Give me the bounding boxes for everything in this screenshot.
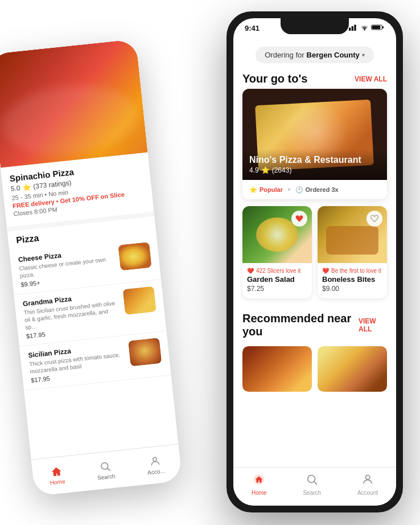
popular-star-icon: ⭐ (249, 186, 257, 194)
item-love-boneless: ❤️ Be the first to love it (322, 268, 382, 274)
featured-rating-value: 4.9 (249, 166, 259, 174)
location-name: Bergen County (307, 51, 360, 59)
back-bottom-nav: Home Search Acco... (31, 444, 182, 497)
recommended-images-row (233, 342, 396, 392)
recommended-view-all[interactable]: VIEW ALL (359, 317, 387, 333)
back-home-icon (50, 465, 63, 478)
location-pill[interactable]: Ordering for Bergen County ▾ (256, 47, 374, 63)
item-price-boneless: $9.00 (322, 285, 382, 293)
front-nav-home-label: Home (252, 490, 267, 496)
svg-point-2 (153, 457, 157, 461)
front-nav-search[interactable]: Search (303, 473, 321, 496)
back-nav-account[interactable]: Acco... (146, 454, 165, 475)
badge-separator: • (287, 184, 291, 195)
item-info-boneless: ❤️ Be the first to love it Boneless Bite… (318, 263, 387, 298)
svg-line-1 (108, 468, 110, 471)
front-nav-home[interactable]: Home (252, 473, 267, 496)
scene: Spinachio Pizza 5.0 ⭐ (373 ratings) 25 -… (0, 0, 420, 525)
front-search-icon (306, 473, 318, 488)
back-hero-image (0, 39, 148, 167)
heart-filled-icon (295, 215, 303, 223)
back-item-img-cheese (118, 242, 151, 271)
signal-icon (349, 24, 358, 31)
item-card-boneless[interactable]: ❤️ Be the first to love it Boneless Bite… (318, 206, 387, 298)
heart-outline-icon (370, 215, 378, 223)
love-heart-icon: ❤️ (247, 268, 254, 274)
svg-rect-3 (349, 28, 351, 31)
item-name-salad: Garden Salad (247, 275, 307, 284)
love-heart-icon2: ❤️ (322, 268, 329, 274)
front-screen: 9:41 (233, 18, 396, 506)
items-row: ❤️ 422 Slicers love it Garden Salad $7.2… (233, 206, 396, 305)
svg-point-11 (308, 475, 315, 482)
item-name-boneless: Boneless Bites (322, 275, 382, 284)
salad-heart-icon[interactable] (291, 211, 307, 227)
back-star-icon: ⭐ (22, 183, 31, 191)
front-nav-account-label: Account (357, 490, 378, 496)
featured-restaurant-name: Nino's Pizza & Restaurant (249, 155, 380, 165)
front-nav-search-label: Search (303, 490, 321, 496)
item-img-boneless (318, 206, 387, 263)
gotos-view-all[interactable]: VIEW ALL (355, 75, 387, 83)
front-bottom-nav: Home Search Accoun (233, 467, 396, 506)
item-info-salad: ❤️ 422 Slicers love it Garden Salad $7.2… (242, 263, 312, 298)
featured-overlay: Nino's Pizza & Restaurant 4.9 ⭐ (2643) (242, 149, 387, 180)
gotos-title: Your go to's (242, 72, 307, 85)
chevron-down-icon: ▾ (362, 52, 365, 58)
svg-rect-8 (372, 26, 381, 29)
back-nav-account-label: Acco... (147, 467, 166, 475)
front-phone: 9:41 (227, 11, 403, 512)
back-phone: Spinachio Pizza 5.0 ⭐ (373 ratings) 25 -… (0, 39, 182, 496)
front-account-icon (361, 473, 374, 488)
back-search-icon (99, 460, 112, 473)
status-time: 9:41 (245, 24, 260, 32)
svg-rect-4 (352, 26, 353, 31)
featured-restaurant-card[interactable]: Nino's Pizza & Restaurant 4.9 ⭐ (2643) ⭐… (242, 89, 387, 199)
status-icons (349, 24, 385, 31)
wifi-icon (360, 24, 369, 31)
recommended-title: Recommended near you (242, 312, 359, 338)
svg-point-6 (364, 28, 365, 30)
front-content: Your go to's VIEW ALL Nino's Pizza & Res… (233, 68, 396, 496)
back-account-icon (149, 455, 162, 467)
svg-rect-5 (354, 24, 356, 31)
ordered-clock-icon: 🕐 (295, 186, 303, 194)
item-card-salad[interactable]: ❤️ 422 Slicers love it Garden Salad $7.2… (242, 206, 312, 298)
item-price-salad: $7.25 (247, 285, 307, 293)
battery-icon (371, 24, 385, 31)
ordering-for-label: Ordering for (265, 51, 304, 59)
boneless-heart-icon[interactable] (367, 211, 382, 227)
featured-badges: ⭐ Popular • 🕐 Ordered 3x (242, 180, 387, 199)
back-item-img-sicilian (128, 338, 162, 367)
badge-ordered: 🕐 Ordered 3x (295, 186, 339, 194)
front-nav-account[interactable]: Account (357, 473, 378, 496)
svg-point-13 (365, 475, 369, 479)
featured-rating: 4.9 ⭐ (2643) (249, 166, 380, 174)
badge-popular: ⭐ Popular (249, 186, 283, 194)
recommended-section: Recommended near you VIEW ALL (233, 305, 396, 392)
rec-pizza-2[interactable] (318, 346, 387, 392)
back-nav-search[interactable]: Search (96, 460, 116, 481)
location-bar: Ordering for Bergen County ▾ (233, 43, 396, 68)
back-nav-home[interactable]: Home (48, 465, 65, 486)
gotos-section-header: Your go to's VIEW ALL (233, 68, 396, 89)
featured-hero-image: Nino's Pizza & Restaurant 4.9 ⭐ (2643) (242, 89, 387, 180)
notch (281, 18, 349, 34)
svg-point-0 (101, 462, 109, 470)
back-rating-value: 5.0 (10, 184, 20, 193)
item-img-salad (242, 206, 312, 263)
recommended-section-header: Recommended near you VIEW ALL (233, 307, 396, 342)
rec-pizza-1[interactable] (242, 346, 312, 392)
item-love-salad: ❤️ 422 Slicers love it (247, 268, 307, 274)
featured-rating-count: (2643) (272, 166, 292, 174)
svg-line-12 (314, 482, 317, 485)
front-home-icon (253, 473, 265, 488)
back-item-img-grandma (122, 286, 156, 315)
featured-star-icon: ⭐ (261, 166, 270, 174)
back-nav-home-label: Home (50, 478, 65, 486)
svg-rect-9 (382, 26, 384, 28)
back-nav-search-label: Search (97, 473, 116, 481)
